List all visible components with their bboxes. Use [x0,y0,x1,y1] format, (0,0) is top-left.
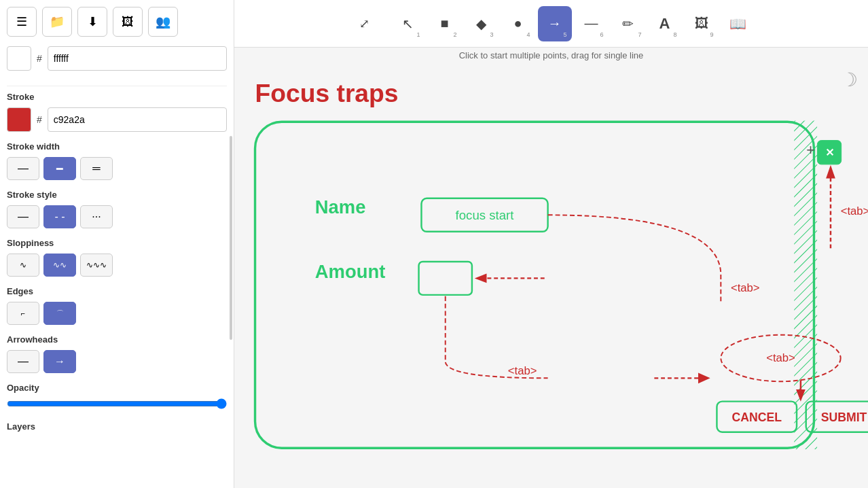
edges-label: Edges [7,286,227,296]
line-icon: — [585,16,598,31]
submit-label: SUBMIT [821,411,867,424]
sloppiness-high[interactable]: ∿∿∿ [80,254,113,277]
plus-icon: + [806,141,815,158]
text-tool-button[interactable]: A 8 [648,6,682,41]
up-arrow-head [826,165,835,179]
rectangle-icon: ■ [440,16,448,31]
hand-tool-button[interactable]: ⤢ [348,6,382,41]
tab-label-mid: <tab> [731,281,760,294]
line-tool-button[interactable]: — 6 [575,6,609,41]
hint-bar: Click to start multiple points, drag for… [234,48,868,62]
edges-group: ⌐ ⌒ [7,302,227,325]
stroke-thin[interactable]: — [7,157,39,180]
cursor-icon: ↖ [402,16,414,32]
canvas[interactable]: ☽ Focus traps + ✕ [234,62,868,488]
sloppiness-medium[interactable]: ∿∿ [43,254,76,277]
stroke-solid[interactable]: — [7,205,39,228]
stroke-section-label: Stroke [7,92,227,102]
to-cancel-arrowhead [698,373,710,384]
layers-label: Layers [7,421,227,432]
sloppiness-label: Sloppiness [7,238,227,248]
diamond-tool-button[interactable]: ◆ 3 [465,6,499,41]
image-icon: 🖼 [695,16,708,31]
circle-icon: ● [513,16,522,31]
main-area: ⤢ ↖ 1 ■ 2 ◆ 3 ● 4 → 5 — 6 ✏ 7 A [234,0,868,488]
stroke-thick[interactable]: ═ [80,157,113,180]
text-icon: A [659,15,670,33]
stroke-swatch[interactable] [7,107,31,132]
left-arrow-head [475,274,487,283]
menu-button[interactable]: ☰ [7,7,37,37]
stroke-color-input[interactable] [48,107,227,132]
stroke-style-label: Stroke style [7,190,227,200]
stroke-style-group: — - - ··· [7,205,227,228]
opacity-label: Opacity [7,383,227,393]
opacity-slider-container [7,398,227,412]
toolbar: ⤢ ↖ 1 ■ 2 ◆ 3 ● 4 → 5 — 6 ✏ 7 A [234,0,868,48]
select-tool-button[interactable]: ↖ 1 [391,6,425,41]
tab-label-right: <tab> [841,205,868,217]
fill-color-input[interactable] [48,46,227,71]
diagram-svg: Focus traps + ✕ <tab> [234,62,868,488]
arrow-tool-button[interactable]: → 5 [538,6,572,41]
close-x-icon: ✕ [825,147,834,158]
diamond-icon: ◆ [476,16,486,32]
fill-color-row: # [7,46,227,71]
stroke-dashed[interactable]: - - [43,205,76,228]
tab-label-ellipse: <tab> [766,351,795,364]
stroke-medium[interactable]: ━ [43,157,76,180]
diagram-title: Focus traps [255,79,399,107]
sloppiness-none[interactable]: ∿ [7,254,39,277]
cancel-label: CANCEL [732,411,782,424]
dashed-path-1 [548,215,721,301]
scroll-thumb[interactable] [230,136,232,340]
arrowheads-group: — → [7,350,227,373]
focus-trap-border [255,122,814,448]
stroke-hash-label: # [37,114,42,125]
circle-tool-button[interactable]: ● 4 [501,6,535,41]
rectangle-tool-button[interactable]: ■ 2 [428,6,462,41]
fill-hash-label: # [37,53,42,64]
edges-round[interactable]: ⌒ [43,302,76,325]
pencil-icon: ✏ [622,16,634,32]
folder-button[interactable]: 📁 [42,7,72,37]
export-button[interactable]: 🖼 [113,7,143,37]
focus-start-label: focus start [456,208,515,222]
fill-swatch[interactable] [7,46,31,71]
image-tool-button[interactable]: 🖼 9 [685,6,719,41]
edges-sharp[interactable]: ⌐ [7,302,39,325]
tab-label-bottom: <tab> [508,364,537,377]
library-tool-button[interactable]: 📖 [721,6,755,41]
library-icon: 📖 [729,16,746,32]
stroke-width-group: — ━ ═ [7,157,227,180]
amount-box [419,262,472,295]
stroke-width-label: Stroke width [7,141,227,152]
stroke-dotted[interactable]: ··· [80,205,113,228]
users-button[interactable]: 👥 [148,7,178,37]
name-label: Name [315,196,366,217]
arrow-icon: → [548,16,562,31]
hint-text: Click to start multiple points, drag for… [459,50,644,60]
hatch-pattern [794,120,817,449]
sidebar: ☰ 📁 ⬇ 🖼 👥 # Stroke # Stroke width — ━ ═ … [0,0,234,488]
download-button[interactable]: ⬇ [77,7,107,37]
opacity-slider[interactable] [7,398,227,409]
pencil-tool-button[interactable]: ✏ 7 [611,6,645,41]
sidebar-top-icons: ☰ 📁 ⬇ 🖼 👥 [7,7,227,37]
arrowhead-none[interactable]: — [7,350,39,373]
arrowhead-arrow[interactable]: → [43,350,76,373]
stroke-color-row: # [7,107,227,132]
amount-label: Amount [315,261,386,282]
arrowheads-label: Arrowheads [7,334,227,345]
sloppiness-group: ∿ ∿∿ ∿∿∿ [7,254,227,277]
